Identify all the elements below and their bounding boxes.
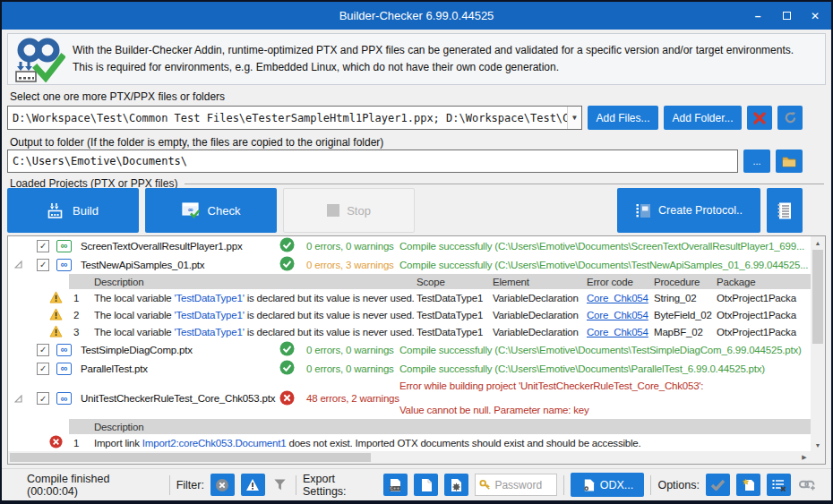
filter-label: Filter: bbox=[176, 479, 204, 491]
error-description: Import link Import2:coreChk053.Document1… bbox=[94, 438, 811, 448]
add-files-button[interactable]: Add Files... bbox=[588, 106, 658, 130]
horizontal-scrollbar[interactable]: ▶ bbox=[8, 451, 811, 464]
combobox-dropdown-icon[interactable]: ▼ bbox=[567, 107, 581, 129]
add-folder-button[interactable]: Add Folder... bbox=[664, 106, 742, 130]
row-number: 3 bbox=[67, 327, 94, 337]
warning-procedure: ByteField_02 bbox=[654, 310, 717, 320]
col-description: Description bbox=[69, 277, 416, 287]
clear-files-button[interactable] bbox=[747, 106, 772, 130]
password-input[interactable] bbox=[494, 479, 548, 491]
error-row[interactable]: 1 Import link Import2:coreChk053.Documen… bbox=[8, 434, 811, 451]
export-cpp-button[interactable]: C++ bbox=[383, 474, 408, 496]
close-button[interactable]: ✕ bbox=[801, 2, 829, 30]
scroll-up-icon[interactable]: ▲ bbox=[811, 236, 825, 249]
expander-icon[interactable] bbox=[12, 395, 24, 403]
project-row[interactable]: ✓ ∞ TestSimpleDiagComp.ptx 0 errors, 0 w… bbox=[8, 340, 811, 359]
import-link[interactable]: Import2:coreChk053.Document1 bbox=[142, 438, 287, 448]
create-protocol-button[interactable]: Create Protocol.. bbox=[617, 188, 760, 233]
minimize-button[interactable]: – bbox=[743, 2, 772, 30]
warning-row[interactable]: 2 The local variable 'TestDataType1' is … bbox=[8, 306, 811, 323]
warning-description: The local variable 'TestDataType1' is de… bbox=[94, 327, 416, 337]
file-icon bbox=[420, 478, 433, 492]
link-settings-icon[interactable] bbox=[797, 477, 819, 492]
odx-button[interactable]: ODX... bbox=[571, 473, 644, 497]
col-element: Element bbox=[493, 277, 587, 287]
project-name: ScreenTextOverallResultPlayer1.ppx bbox=[81, 241, 279, 252]
output-folder-input[interactable] bbox=[7, 149, 738, 173]
variable-link[interactable]: 'TestDataType1' bbox=[175, 310, 245, 320]
error-code-link[interactable]: Core_Chk054 bbox=[587, 293, 654, 303]
reload-icon bbox=[784, 111, 797, 124]
project-row[interactable]: ✓ ∞ TestNewApiSamples_01.ptx 0 errors, 3… bbox=[8, 255, 811, 274]
project-message: Error while building project 'UnitTestCh… bbox=[399, 378, 811, 419]
error-code-link[interactable]: Core_Chk054 bbox=[587, 310, 654, 320]
file-path-value: D:\Workspace\Test\Common Test Files\eTes… bbox=[8, 112, 567, 124]
build-button[interactable]: Build bbox=[7, 188, 139, 233]
project-checkbox[interactable]: ✓ bbox=[37, 259, 49, 271]
window-title: Builder-Checker 6.99.0.44525 bbox=[2, 2, 831, 30]
error-code-link[interactable]: Core_Chk054 bbox=[587, 327, 654, 337]
statusbar: Compile finished (00:00:04) Filter: Expo… bbox=[2, 468, 831, 500]
addin-description: With the Builder-Checker Addin, runtime-… bbox=[73, 42, 816, 75]
open-folder-button[interactable] bbox=[776, 149, 803, 173]
variable-link[interactable]: 'TestDataType1' bbox=[175, 327, 245, 337]
check-button[interactable]: ∞ Check bbox=[145, 188, 277, 233]
scroll-down-icon[interactable]: ▼ bbox=[811, 439, 825, 451]
option-clear-list-button[interactable] bbox=[767, 474, 791, 496]
success-icon bbox=[279, 360, 296, 377]
warning-description: The local variable 'TestDataType1' is de… bbox=[94, 293, 416, 303]
col-procedure: Procedure bbox=[654, 277, 717, 287]
file-path-combobox[interactable]: D:\Workspace\Test\Common Test Files\eTes… bbox=[7, 106, 582, 130]
scrollbar-corner bbox=[811, 451, 825, 464]
titlebar: Builder-Checker 6.99.0.44525 – ✕ bbox=[2, 2, 831, 30]
browse-button[interactable]: ... bbox=[743, 149, 770, 173]
vertical-scroll-thumb[interactable] bbox=[812, 250, 823, 344]
filter-errors-button[interactable] bbox=[210, 474, 235, 496]
ptx-project-icon: ∞ bbox=[56, 259, 72, 271]
password-field[interactable] bbox=[475, 474, 557, 496]
warning-row[interactable]: 3 The local variable 'TestDataType1' is … bbox=[8, 323, 811, 340]
warnings-table-header: Description Scope Element Error code Pro… bbox=[8, 274, 811, 289]
maximize-button[interactable] bbox=[772, 2, 801, 30]
project-checkbox[interactable]: ✓ bbox=[37, 240, 49, 252]
row-number: 1 bbox=[67, 438, 94, 448]
export-file-button[interactable] bbox=[414, 474, 438, 496]
show-protocol-button[interactable] bbox=[767, 188, 803, 233]
row-number: 2 bbox=[67, 310, 94, 320]
build-error-line2: Value cannot be null. Parameter name: ke… bbox=[399, 405, 811, 415]
project-counts: 0 errors, 0 warnings bbox=[306, 241, 392, 252]
option-new-file-button[interactable] bbox=[736, 474, 760, 496]
filter-warnings-button[interactable] bbox=[241, 474, 265, 496]
stop-label: Stop bbox=[347, 204, 371, 218]
project-checkbox[interactable]: ✓ bbox=[37, 392, 49, 405]
variable-link[interactable]: 'TestDataType1' bbox=[175, 293, 245, 303]
vertical-scrollbar[interactable]: ▲ ▼ bbox=[811, 236, 825, 451]
project-checkbox[interactable]: ✓ bbox=[37, 363, 49, 375]
options-label: Options: bbox=[657, 479, 700, 491]
project-row[interactable]: ✓ ∞ ParallelTest.ptx 0 errors, 0 warning… bbox=[8, 359, 811, 378]
reload-button[interactable] bbox=[777, 106, 803, 130]
separator bbox=[650, 475, 651, 495]
warning-procedure: MapBF_02 bbox=[654, 327, 717, 337]
output-folder-label: Output to folder (If the folder is empty… bbox=[10, 136, 383, 149]
option-validate-button[interactable] bbox=[706, 474, 730, 496]
expander-icon[interactable] bbox=[12, 261, 24, 269]
output-folder-row: ... bbox=[7, 149, 803, 173]
stop-button[interactable]: Stop bbox=[283, 188, 415, 233]
build-label: Build bbox=[73, 204, 99, 218]
project-message: Compile successfully (C:\Users\Emotive\D… bbox=[399, 363, 811, 374]
filter-funnel-icon[interactable] bbox=[271, 478, 289, 491]
success-icon bbox=[279, 237, 296, 254]
export-config-button[interactable] bbox=[444, 474, 468, 496]
window-controls: – ✕ bbox=[743, 2, 829, 30]
project-row[interactable]: ✓ ∞ UnitTestCheckerRuleTest_Core_Chk053.… bbox=[8, 378, 811, 419]
project-name: TestSimpleDiagComp.ptx bbox=[81, 345, 279, 355]
scroll-right-icon[interactable]: ▶ bbox=[798, 451, 811, 464]
project-checkbox[interactable]: ✓ bbox=[37, 344, 49, 356]
project-row[interactable]: ✓ ∞ ScreenTextOverallResultPlayer1.ppx 0… bbox=[8, 236, 811, 255]
key-icon bbox=[479, 479, 491, 491]
project-counts: 48 errors, 2 warnings bbox=[306, 393, 392, 404]
project-name: ParallelTest.ptx bbox=[81, 363, 279, 374]
warning-row[interactable]: 1 The local variable 'TestDataType1' is … bbox=[8, 289, 811, 306]
horizontal-scroll-thumb[interactable] bbox=[10, 453, 371, 462]
